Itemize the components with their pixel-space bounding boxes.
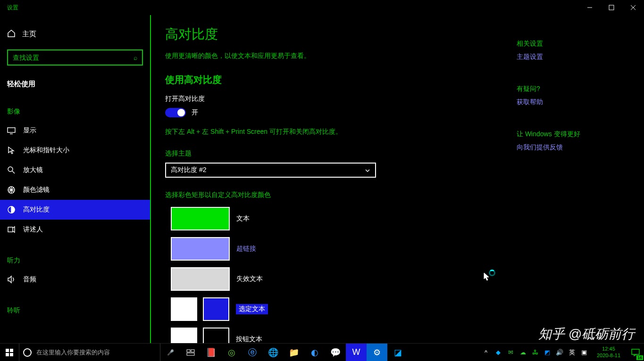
narrator-icon (7, 225, 16, 234)
home-button[interactable]: 主页 (0, 25, 150, 44)
related-settings-block: 相关设置 主题设置 (517, 40, 630, 61)
minimize-button[interactable] (579, 0, 601, 15)
main-column: 高对比度 使用更清晰的颜色，以使文本和应用更易于查看。 使用高对比度 打开高对比… (165, 25, 512, 343)
nav-label: 讲述人 (23, 225, 43, 234)
chevron-down-icon (365, 167, 370, 173)
svg-rect-4 (8, 128, 15, 132)
body-area: 主页 ⌕ 轻松使用 影像 显示 光标和指针大小 放大镜 (0, 15, 644, 343)
tray-icon-2[interactable]: ✉ (504, 349, 517, 356)
tray-overflow-button[interactable]: ^ (480, 349, 492, 356)
svg-rect-21 (187, 353, 194, 355)
sidebar-item-magnifier[interactable]: 放大镜 (0, 160, 150, 180)
nav-label: 放大镜 (23, 166, 43, 174)
start-button[interactable] (0, 344, 19, 361)
nav-items-vision: 显示 光标和指针大小 放大镜 颜色滤镜 高对比度 (0, 121, 150, 239)
swatch-button-bg[interactable] (203, 328, 229, 343)
help-block: 有疑问? 获取帮助 (517, 85, 630, 107)
taskbar-app-wechat[interactable]: 💬 (325, 344, 346, 361)
tray-icon-7[interactable]: ▣ (578, 349, 590, 356)
right-column: 相关设置 主题设置 有疑问? 获取帮助 让 Windows 变得更好 向我们提供… (512, 25, 630, 343)
window-title: 设置 (7, 4, 18, 12)
taskbar-apps: 📕 ◎ ⓔ 🌐 📁 ◐ 💬 W ⚙ ◪ (201, 344, 408, 361)
swatch-list: 文本 超链接 失效文本 选定文本 (165, 207, 512, 343)
related-settings-heading: 相关设置 (517, 40, 630, 48)
swatch-button-group (171, 328, 229, 343)
svg-rect-1 (609, 5, 614, 10)
taskbar-app-8[interactable]: ◪ (387, 344, 408, 361)
swatch-text[interactable] (171, 207, 230, 230)
close-button[interactable] (622, 0, 644, 15)
tray-icon-1[interactable]: ◆ (492, 349, 504, 356)
sidebar-item-color-filters[interactable]: 颜色滤镜 (0, 180, 150, 200)
theme-select[interactable]: 高对比度 #2 (165, 163, 376, 178)
audio-icon (7, 275, 16, 284)
nav-label: 音频 (23, 275, 36, 284)
toggle-knob (177, 109, 185, 116)
svg-rect-17 (6, 353, 9, 356)
swatch-selected-label: 选定文本 (236, 304, 268, 314)
tray-network-icon[interactable]: 🖧 (529, 349, 541, 356)
high-contrast-toggle[interactable] (165, 108, 186, 117)
shortcut-hint: 按下左 Alt + 左 Shift + Print Screen 可打开和关闭高… (165, 128, 512, 136)
taskbar-app-ie[interactable]: ⓔ (242, 344, 263, 361)
sidebar: 主页 ⌕ 轻松使用 影像 显示 光标和指针大小 放大镜 (0, 15, 151, 343)
taskbar-clock[interactable]: 12:45 2020-8-11 (590, 344, 627, 361)
sidebar-item-audio[interactable]: 音频 (0, 270, 150, 289)
clock-date: 2020-8-11 (597, 353, 620, 359)
swatch-row-button: 按钮文本 (165, 328, 512, 343)
taskbar-app-1[interactable]: 📕 (201, 344, 221, 361)
taskbar-search[interactable]: 在这里输入你要搜索的内容 (19, 344, 160, 361)
tray-volume-icon[interactable]: 🔊 (553, 349, 566, 356)
swatch-button-fg[interactable] (171, 328, 197, 343)
tray-icon-3[interactable]: ☁ (517, 349, 529, 356)
nav-items-hearing: 音频 (0, 270, 150, 289)
swatch-selected-bg[interactable] (203, 297, 229, 321)
taskbar: 在这里输入你要搜索的内容 🎤 📕 ◎ ⓔ 🌐 📁 ◐ 💬 W ⚙ ◪ ^ ◆ ✉… (0, 343, 644, 361)
taskbar-search-placeholder: 在这里输入你要搜索的内容 (36, 348, 110, 357)
section-use-high-contrast: 使用高对比度 (165, 74, 512, 86)
svg-line-7 (12, 171, 15, 173)
sidebar-item-narrator[interactable]: 讲述人 (0, 220, 150, 239)
feedback-link[interactable]: 向我们提供反馈 (517, 143, 630, 152)
mic-button[interactable]: 🎤 (160, 344, 181, 361)
swatch-selected-fg[interactable] (171, 297, 197, 321)
swatch-section-label: 选择彩色矩形以自定义高对比度颜色 (165, 191, 512, 199)
toggle-state-text: 开 (192, 108, 198, 117)
search-input[interactable] (13, 54, 134, 61)
get-help-link[interactable]: 获取帮助 (517, 98, 630, 107)
taskbar-app-wps[interactable]: W (346, 344, 367, 361)
titlebar: 设置 (0, 0, 644, 15)
svg-point-6 (8, 167, 13, 172)
taskbar-app-settings[interactable]: ⚙ (367, 344, 387, 361)
task-view-button[interactable] (181, 344, 201, 361)
improve-heading: 让 Windows 变得更好 (517, 130, 630, 139)
cortana-icon (23, 348, 32, 357)
svg-rect-15 (6, 349, 9, 352)
high-contrast-icon (7, 205, 16, 214)
swatch-hyperlink[interactable] (171, 237, 230, 261)
taskbar-app-explorer[interactable]: 📁 (284, 344, 304, 361)
toggle-row: 开 (165, 108, 512, 117)
svg-rect-18 (10, 353, 13, 356)
svg-rect-20 (191, 350, 194, 352)
taskbar-app-browser[interactable]: ◎ (221, 344, 242, 361)
theme-settings-link[interactable]: 主题设置 (517, 53, 630, 61)
sidebar-item-high-contrast[interactable]: 高对比度 (0, 200, 150, 220)
taskbar-app-chrome[interactable]: 🌐 (263, 344, 284, 361)
maximize-button[interactable] (601, 0, 622, 15)
page-title: 高对比度 (165, 25, 512, 43)
swatch-disabled[interactable] (171, 267, 230, 291)
notification-badge: 16 (636, 355, 643, 360)
taskbar-app-5[interactable]: ◐ (304, 344, 325, 361)
swatch-disabled-label: 失效文本 (236, 275, 263, 283)
magnifier-icon (7, 166, 16, 174)
sidebar-item-cursor[interactable]: 光标和指针大小 (0, 140, 150, 160)
swatch-text-label: 文本 (236, 214, 250, 223)
tray-ime-button[interactable]: 英 (566, 348, 578, 357)
tray-icon-5[interactable]: ◩ (541, 349, 553, 356)
sidebar-item-display[interactable]: 显示 (0, 121, 150, 140)
content-area: 高对比度 使用更清晰的颜色，以使文本和应用更易于查看。 使用高对比度 打开高对比… (151, 15, 644, 343)
notification-button[interactable]: 16 (627, 344, 644, 361)
search-box[interactable]: ⌕ (7, 49, 143, 66)
busy-spinner-icon (489, 270, 495, 276)
